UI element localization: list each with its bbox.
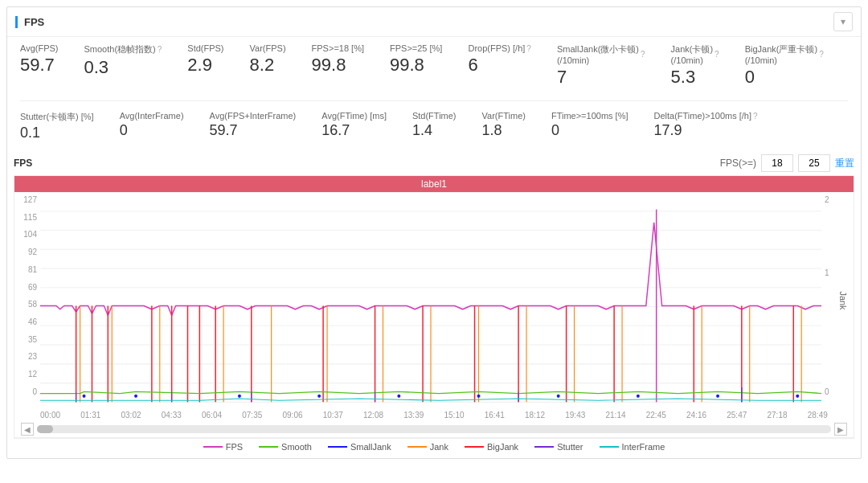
chart-scrollbar: ◀ ▶ — [14, 421, 854, 437]
stat-value-smooth: 0.3 — [84, 57, 108, 78]
stat-fps25: FPS>=25 [%] 99.8 — [390, 43, 442, 76]
reset-button[interactable]: 重置 — [835, 157, 854, 170]
fps-threshold-controls: FPS(>=) 重置 — [720, 154, 854, 172]
fps-threshold-input-25[interactable] — [798, 154, 830, 172]
scroll-track[interactable] — [37, 425, 831, 433]
stat-label-smalljank: SmallJank(微小卡顿)(/10min) ? — [557, 43, 645, 65]
stat-jank: Jank(卡顿)(/10min) ? 5.3 — [671, 43, 719, 88]
drop-fps-help-icon[interactable]: ? — [526, 44, 531, 53]
stat-label-std-ftime: Std(FTime) — [412, 111, 457, 121]
stat-smooth: Smooth(稳帧指数) ? 0.3 — [84, 43, 162, 78]
y-axis-right: 2 1 0 Jank — [821, 192, 854, 409]
stat-value-avg-ftime: 16.7 — [321, 122, 350, 139]
legend-fps: FPS — [203, 442, 243, 452]
scroll-thumb[interactable] — [37, 425, 53, 433]
chart-svg — [40, 192, 821, 409]
legend-smooth-line — [259, 446, 278, 448]
stat-label-avg-interframe: Avg(InterFrame) — [120, 111, 184, 121]
stat-value-avg-interframe: 0 — [120, 122, 128, 139]
chart-plot: FPS — [40, 192, 821, 409]
stats-section-2: Stutter(卡顿率) [%] 0.1 Avg(InterFrame) 0 A… — [7, 104, 861, 151]
stat-label-smooth: Smooth(稳帧指数) ? — [84, 43, 162, 55]
bigjank-help-icon[interactable]: ? — [819, 50, 824, 59]
fps-threshold-input-18[interactable] — [761, 154, 793, 172]
scroll-left-button[interactable]: ◀ — [21, 423, 34, 436]
stat-label-avg-fps-interframe: Avg(FPS+InterFrame) — [210, 111, 297, 121]
legend-smooth: Smooth — [259, 442, 312, 452]
stat-value-bigjank: 0 — [745, 67, 755, 88]
stats-section-1: Avg(FPS) 59.7 Smooth(稳帧指数) ? 0.3 Std(FPS… — [7, 37, 861, 97]
stat-label-var-fps: Var(FPS) — [250, 43, 286, 53]
y-axis-left: 127 115 104 92 81 69 58 46 35 23 12 0 — [14, 192, 40, 409]
legend-smalljank: SmallJank — [328, 442, 391, 452]
chart-header: FPS FPS(>=) 重置 — [14, 154, 854, 172]
legend-fps-line — [203, 446, 223, 448]
stat-label-fps18: FPS>=18 [%] — [312, 43, 364, 53]
smalljank-help-icon[interactable]: ? — [641, 50, 645, 59]
chart-container: label1 127 115 104 92 81 69 58 46 35 23 … — [14, 175, 854, 438]
svg-point-47 — [83, 395, 86, 398]
stat-var-fps: Var(FPS) 8.2 — [250, 43, 286, 76]
chart-area: 127 115 104 92 81 69 58 46 35 23 12 0 FP… — [14, 192, 854, 409]
series-label: label1 — [421, 178, 447, 190]
svg-point-56 — [796, 395, 799, 398]
legend-interframe: InterFrame — [600, 442, 665, 452]
svg-point-53 — [557, 395, 560, 398]
collapse-button[interactable]: ▾ — [833, 12, 853, 31]
scroll-right-button[interactable]: ▶ — [834, 423, 847, 436]
smooth-help-icon[interactable]: ? — [158, 45, 162, 54]
stat-label-fps25: FPS>=25 [%] — [390, 43, 442, 53]
stat-ftime100: FTime>=100ms [%] 0 — [551, 111, 628, 139]
legend-stutter: Stutter — [534, 442, 583, 452]
svg-point-50 — [317, 395, 321, 398]
chart-label-bar: label1 — [14, 176, 854, 192]
stats-row-2: Stutter(卡顿率) [%] 0.1 Avg(InterFrame) 0 A… — [20, 111, 848, 141]
stat-label-stutter: Stutter(卡顿率) [%] — [20, 111, 94, 123]
fps-panel: FPS ▾ Avg(FPS) 59.7 Smooth(稳帧指数) ? 0.3 S… — [6, 6, 862, 459]
legend-smalljank-label: SmallJank — [350, 442, 391, 452]
stat-avg-fps-interframe: Avg(FPS+InterFrame) 59.7 — [210, 111, 297, 139]
stats-row-1: Avg(FPS) 59.7 Smooth(稳帧指数) ? 0.3 Std(FPS… — [20, 43, 848, 88]
stat-label-delta-ftime: Delta(FTime)>100ms [/h] ? — [654, 111, 758, 121]
stat-smalljank: SmallJank(微小卡顿)(/10min) ? 7 — [557, 43, 645, 88]
stat-value-fps25: 99.8 — [390, 55, 424, 76]
stat-value-fps18: 99.8 — [312, 55, 346, 76]
svg-point-55 — [716, 395, 719, 398]
jank-y-axis-label: Jank — [837, 291, 847, 309]
legend-bigjank-label: BigJank — [487, 442, 518, 452]
legend-jank-label: Jank — [430, 442, 448, 452]
stat-drop-fps: Drop(FPS) [/h] ? 6 — [468, 43, 530, 76]
stat-value-var-ftime: 1.8 — [482, 122, 502, 139]
svg-point-54 — [637, 395, 640, 398]
chart-legend: FPS Smooth SmallJank Jank BigJank Stutte… — [14, 438, 854, 455]
stat-value-smalljank: 7 — [557, 67, 567, 88]
delta-ftime-help-icon[interactable]: ? — [753, 112, 758, 121]
svg-point-48 — [134, 395, 137, 398]
jank-help-icon[interactable]: ? — [714, 50, 719, 59]
legend-fps-label: FPS — [226, 442, 243, 452]
stat-label-drop-fps: Drop(FPS) [/h] ? — [468, 43, 530, 53]
stat-avg-ftime: Avg(FTime) [ms] 16.7 — [321, 111, 387, 139]
svg-point-51 — [397, 395, 400, 398]
legend-bigjank: BigJank — [465, 442, 518, 452]
legend-bigjank-line — [465, 446, 484, 448]
stat-label-avg-ftime: Avg(FTime) [ms] — [321, 111, 387, 121]
stat-label-var-ftime: Var(FTime) — [482, 111, 526, 121]
stat-value-jank: 5.3 — [671, 67, 696, 88]
stat-stutter: Stutter(卡顿率) [%] 0.1 — [20, 111, 94, 141]
stat-label-jank: Jank(卡顿)(/10min) ? — [671, 43, 719, 65]
chart-title: FPS — [14, 158, 32, 169]
legend-smalljank-line — [328, 446, 347, 448]
stat-fps18: FPS>=18 [%] 99.8 — [312, 43, 364, 76]
stat-value-var-fps: 8.2 — [250, 55, 275, 76]
stat-label-std-fps: Std(FPS) — [187, 43, 223, 53]
stat-std-fps: Std(FPS) 2.9 — [187, 43, 223, 76]
stat-bigjank: BigJank(严重卡顿)(/10min) ? 0 — [745, 43, 824, 88]
stat-label-bigjank: BigJank(严重卡顿)(/10min) ? — [745, 43, 824, 65]
svg-point-52 — [477, 395, 481, 398]
stat-value-ftime100: 0 — [551, 122, 559, 139]
stat-label-ftime100: FTime>=100ms [%] — [551, 111, 628, 121]
stat-avg-fps: Avg(FPS) 59.7 — [20, 43, 58, 76]
chart-section: FPS FPS(>=) 重置 label1 127 115 104 92 — [7, 151, 861, 458]
legend-jank-line — [407, 446, 427, 448]
